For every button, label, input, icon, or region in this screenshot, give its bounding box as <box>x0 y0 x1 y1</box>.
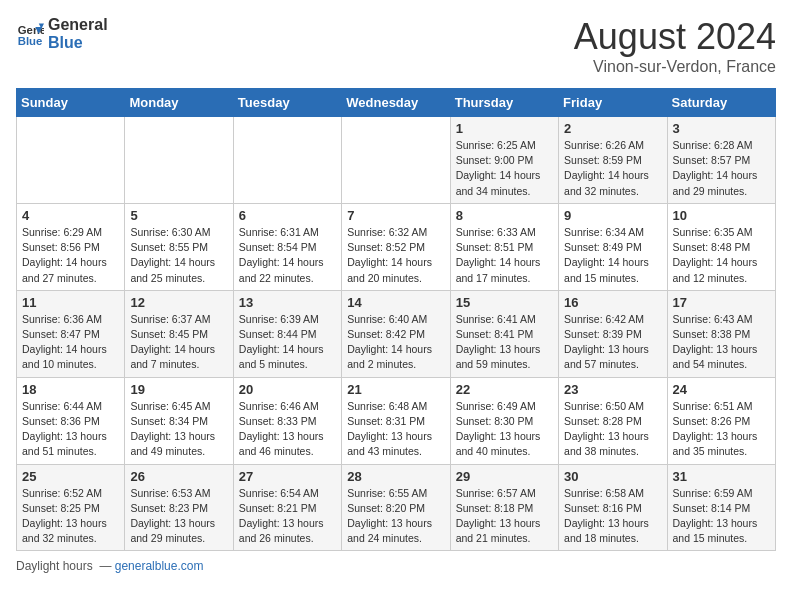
calendar-cell: 25Sunrise: 6:52 AMSunset: 8:25 PMDayligh… <box>17 464 125 551</box>
day-info: Sunrise: 6:26 AMSunset: 8:59 PMDaylight:… <box>564 138 661 199</box>
day-number: 15 <box>456 295 553 310</box>
day-number: 8 <box>456 208 553 223</box>
calendar-cell: 23Sunrise: 6:50 AMSunset: 8:28 PMDayligh… <box>559 377 667 464</box>
calendar-week-2: 4Sunrise: 6:29 AMSunset: 8:56 PMDaylight… <box>17 203 776 290</box>
calendar-cell: 14Sunrise: 6:40 AMSunset: 8:42 PMDayligh… <box>342 290 450 377</box>
day-info: Sunrise: 6:28 AMSunset: 8:57 PMDaylight:… <box>673 138 770 199</box>
day-info: Sunrise: 6:43 AMSunset: 8:38 PMDaylight:… <box>673 312 770 373</box>
day-number: 29 <box>456 469 553 484</box>
footer-note: Daylight hours — generalblue.com <box>16 559 776 573</box>
day-number: 5 <box>130 208 227 223</box>
footer-link[interactable]: generalblue.com <box>115 559 204 573</box>
day-number: 20 <box>239 382 336 397</box>
calendar-week-4: 18Sunrise: 6:44 AMSunset: 8:36 PMDayligh… <box>17 377 776 464</box>
day-info: Sunrise: 6:30 AMSunset: 8:55 PMDaylight:… <box>130 225 227 286</box>
calendar-title: August 2024 <box>574 16 776 58</box>
calendar-cell: 12Sunrise: 6:37 AMSunset: 8:45 PMDayligh… <box>125 290 233 377</box>
day-info: Sunrise: 6:36 AMSunset: 8:47 PMDaylight:… <box>22 312 119 373</box>
calendar-cell: 21Sunrise: 6:48 AMSunset: 8:31 PMDayligh… <box>342 377 450 464</box>
day-number: 19 <box>130 382 227 397</box>
calendar-cell: 29Sunrise: 6:57 AMSunset: 8:18 PMDayligh… <box>450 464 558 551</box>
day-info: Sunrise: 6:48 AMSunset: 8:31 PMDaylight:… <box>347 399 444 460</box>
calendar-cell: 30Sunrise: 6:58 AMSunset: 8:16 PMDayligh… <box>559 464 667 551</box>
calendar-cell: 13Sunrise: 6:39 AMSunset: 8:44 PMDayligh… <box>233 290 341 377</box>
calendar-cell: 31Sunrise: 6:59 AMSunset: 8:14 PMDayligh… <box>667 464 775 551</box>
day-number: 1 <box>456 121 553 136</box>
calendar-cell: 7Sunrise: 6:32 AMSunset: 8:52 PMDaylight… <box>342 203 450 290</box>
day-info: Sunrise: 6:37 AMSunset: 8:45 PMDaylight:… <box>130 312 227 373</box>
day-number: 22 <box>456 382 553 397</box>
calendar-cell: 26Sunrise: 6:53 AMSunset: 8:23 PMDayligh… <box>125 464 233 551</box>
calendar-cell: 28Sunrise: 6:55 AMSunset: 8:20 PMDayligh… <box>342 464 450 551</box>
day-info: Sunrise: 6:55 AMSunset: 8:20 PMDaylight:… <box>347 486 444 547</box>
day-number: 27 <box>239 469 336 484</box>
calendar-cell: 4Sunrise: 6:29 AMSunset: 8:56 PMDaylight… <box>17 203 125 290</box>
calendar-cell: 6Sunrise: 6:31 AMSunset: 8:54 PMDaylight… <box>233 203 341 290</box>
calendar-cell: 20Sunrise: 6:46 AMSunset: 8:33 PMDayligh… <box>233 377 341 464</box>
day-number: 28 <box>347 469 444 484</box>
day-number: 26 <box>130 469 227 484</box>
day-info: Sunrise: 6:29 AMSunset: 8:56 PMDaylight:… <box>22 225 119 286</box>
day-number: 9 <box>564 208 661 223</box>
weekday-header-saturday: Saturday <box>667 89 775 117</box>
day-info: Sunrise: 6:49 AMSunset: 8:30 PMDaylight:… <box>456 399 553 460</box>
calendar-cell <box>342 117 450 204</box>
day-number: 31 <box>673 469 770 484</box>
weekday-header-wednesday: Wednesday <box>342 89 450 117</box>
day-number: 12 <box>130 295 227 310</box>
day-info: Sunrise: 6:53 AMSunset: 8:23 PMDaylight:… <box>130 486 227 547</box>
calendar-cell: 5Sunrise: 6:30 AMSunset: 8:55 PMDaylight… <box>125 203 233 290</box>
weekday-header-thursday: Thursday <box>450 89 558 117</box>
calendar-cell: 16Sunrise: 6:42 AMSunset: 8:39 PMDayligh… <box>559 290 667 377</box>
calendar-cell: 2Sunrise: 6:26 AMSunset: 8:59 PMDaylight… <box>559 117 667 204</box>
day-info: Sunrise: 6:42 AMSunset: 8:39 PMDaylight:… <box>564 312 661 373</box>
calendar-cell: 9Sunrise: 6:34 AMSunset: 8:49 PMDaylight… <box>559 203 667 290</box>
day-info: Sunrise: 6:40 AMSunset: 8:42 PMDaylight:… <box>347 312 444 373</box>
day-number: 13 <box>239 295 336 310</box>
day-info: Sunrise: 6:46 AMSunset: 8:33 PMDaylight:… <box>239 399 336 460</box>
calendar-cell: 11Sunrise: 6:36 AMSunset: 8:47 PMDayligh… <box>17 290 125 377</box>
logo-icon: General Blue <box>16 20 44 48</box>
calendar-week-1: 1Sunrise: 6:25 AMSunset: 9:00 PMDaylight… <box>17 117 776 204</box>
calendar-cell <box>17 117 125 204</box>
day-info: Sunrise: 6:44 AMSunset: 8:36 PMDaylight:… <box>22 399 119 460</box>
day-number: 7 <box>347 208 444 223</box>
day-info: Sunrise: 6:45 AMSunset: 8:34 PMDaylight:… <box>130 399 227 460</box>
weekday-header-friday: Friday <box>559 89 667 117</box>
calendar-subtitle: Vinon-sur-Verdon, France <box>574 58 776 76</box>
day-number: 14 <box>347 295 444 310</box>
calendar-cell: 15Sunrise: 6:41 AMSunset: 8:41 PMDayligh… <box>450 290 558 377</box>
weekday-header-row: SundayMondayTuesdayWednesdayThursdayFrid… <box>17 89 776 117</box>
weekday-header-sunday: Sunday <box>17 89 125 117</box>
calendar-cell: 8Sunrise: 6:33 AMSunset: 8:51 PMDaylight… <box>450 203 558 290</box>
day-info: Sunrise: 6:58 AMSunset: 8:16 PMDaylight:… <box>564 486 661 547</box>
calendar-week-5: 25Sunrise: 6:52 AMSunset: 8:25 PMDayligh… <box>17 464 776 551</box>
day-info: Sunrise: 6:34 AMSunset: 8:49 PMDaylight:… <box>564 225 661 286</box>
calendar-week-3: 11Sunrise: 6:36 AMSunset: 8:47 PMDayligh… <box>17 290 776 377</box>
calendar-cell <box>125 117 233 204</box>
svg-text:Blue: Blue <box>18 34 43 46</box>
day-info: Sunrise: 6:31 AMSunset: 8:54 PMDaylight:… <box>239 225 336 286</box>
day-info: Sunrise: 6:32 AMSunset: 8:52 PMDaylight:… <box>347 225 444 286</box>
day-info: Sunrise: 6:41 AMSunset: 8:41 PMDaylight:… <box>456 312 553 373</box>
day-info: Sunrise: 6:59 AMSunset: 8:14 PMDaylight:… <box>673 486 770 547</box>
calendar-cell: 10Sunrise: 6:35 AMSunset: 8:48 PMDayligh… <box>667 203 775 290</box>
logo-text-general: General <box>48 16 108 34</box>
calendar-cell: 18Sunrise: 6:44 AMSunset: 8:36 PMDayligh… <box>17 377 125 464</box>
day-number: 18 <box>22 382 119 397</box>
day-info: Sunrise: 6:50 AMSunset: 8:28 PMDaylight:… <box>564 399 661 460</box>
day-number: 21 <box>347 382 444 397</box>
day-number: 11 <box>22 295 119 310</box>
title-area: August 2024 Vinon-sur-Verdon, France <box>574 16 776 76</box>
day-number: 30 <box>564 469 661 484</box>
day-number: 10 <box>673 208 770 223</box>
calendar-cell: 22Sunrise: 6:49 AMSunset: 8:30 PMDayligh… <box>450 377 558 464</box>
day-number: 6 <box>239 208 336 223</box>
day-info: Sunrise: 6:39 AMSunset: 8:44 PMDaylight:… <box>239 312 336 373</box>
weekday-header-monday: Monday <box>125 89 233 117</box>
day-number: 3 <box>673 121 770 136</box>
day-number: 23 <box>564 382 661 397</box>
day-number: 24 <box>673 382 770 397</box>
day-number: 17 <box>673 295 770 310</box>
calendar-cell: 17Sunrise: 6:43 AMSunset: 8:38 PMDayligh… <box>667 290 775 377</box>
